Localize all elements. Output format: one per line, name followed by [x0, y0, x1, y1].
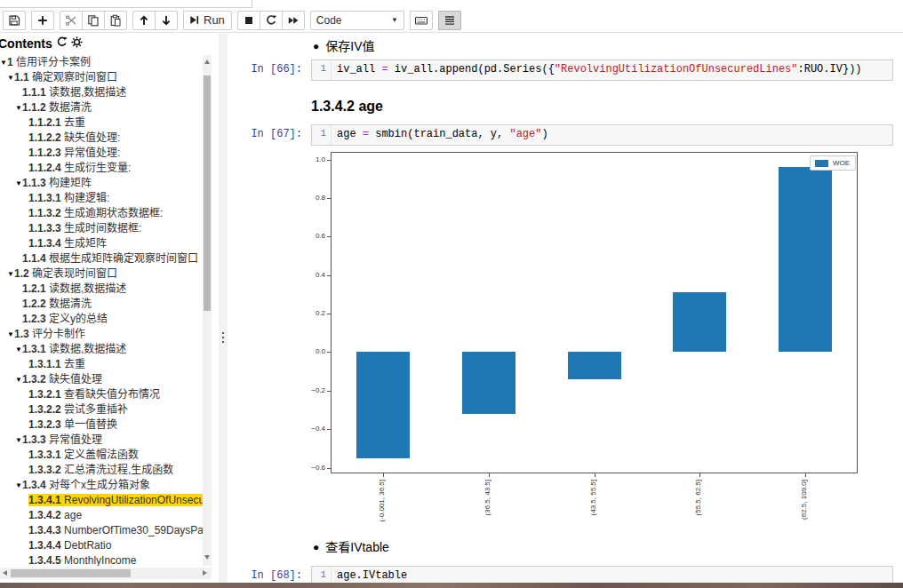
paste-cells-button[interactable]: [104, 11, 127, 30]
toc-item-1.1.2.1[interactable]: ▼1.1.2.1 去重: [0, 115, 203, 131]
collapse-arrow-icon[interactable]: ▼: [15, 342, 22, 357]
collapse-arrow-icon[interactable]: ▼: [15, 478, 22, 493]
toc-item-1.3[interactable]: ▼1.3 评分卡制作: [0, 327, 203, 342]
refresh-icon[interactable]: [56, 36, 68, 51]
gear-icon[interactable]: [71, 36, 83, 51]
toc-link[interactable]: 1.1.3.3 生成时间数据框:: [28, 222, 141, 234]
scroll-right-arrow-icon[interactable]: [203, 570, 207, 576]
horizontal-scrollbar-thumb[interactable]: [11, 569, 131, 577]
toc-item-1.1.2[interactable]: ▼1.1.2 数据清洗: [0, 100, 203, 115]
toc-item-1[interactable]: ▼1 信用评分卡案例: [0, 55, 203, 70]
cell-68-input[interactable]: 1 age.IVtable: [311, 566, 893, 583]
toc-item-1.2.2[interactable]: ▼1.2.2 数据清洗: [0, 297, 203, 312]
toc-item-1.1.3[interactable]: ▼1.1.3 构建矩阵: [0, 176, 203, 191]
toc-link[interactable]: 1.1.2 数据清洗: [22, 101, 92, 114]
toc-link[interactable]: 1.1.3.1 构建逻辑:: [28, 192, 109, 204]
toc-item-1.1.1[interactable]: ▼1.1.1 读数据,数据描述: [0, 85, 203, 100]
toc-item-1.2.3[interactable]: ▼1.2.3 定义y的总结: [0, 312, 203, 327]
vertical-scrollbar-thumb[interactable]: [204, 75, 211, 311]
collapse-arrow-icon[interactable]: ▼: [7, 327, 14, 342]
toc-item-1.1.3.4[interactable]: ▼1.1.3.4 生成矩阵: [0, 236, 203, 251]
insert-cell-below-button[interactable]: [31, 11, 54, 30]
toc-item-1.3.2.2[interactable]: ▼1.3.2.2 尝试多重插补: [0, 402, 203, 417]
toc-item-1.3.3.2[interactable]: ▼1.3.3.2 汇总清洗过程,生成函数: [0, 463, 203, 478]
toc-item-1.1.4[interactable]: ▼1.1.4 根据生成矩阵确定观察时间窗口: [0, 251, 203, 266]
scroll-up-arrow-icon[interactable]: [204, 60, 210, 64]
restart-run-all-button[interactable]: [282, 11, 305, 30]
move-cells-up-button[interactable]: [132, 11, 156, 30]
toc-item-1.1.3.1[interactable]: ▼1.1.3.1 构建逻辑:: [0, 191, 203, 206]
collapse-arrow-icon[interactable]: ▼: [0, 55, 7, 70]
toc-link[interactable]: 1.1.1 读数据,数据描述: [22, 86, 126, 99]
toc-item-1.1.2.2[interactable]: ▼1.1.2.2 缺失值处理:: [0, 131, 203, 146]
toc-item-1.3.4.3[interactable]: ▼1.3.4.3 NumberOfTime30_59DaysPastDueNot…: [0, 523, 203, 538]
pane-resizer[interactable]: [219, 34, 228, 583]
toc-item-1.3.2[interactable]: ▼1.3.2 缺失值处理: [0, 372, 203, 387]
toc-item-1.1.2.4[interactable]: ▼1.1.2.4 生成衍生变量:: [0, 161, 203, 176]
toc-link[interactable]: 1.3.4.5 MonthlyIncome: [28, 554, 136, 566]
toc-link[interactable]: 1.3.1 读数据,数据描述: [22, 343, 126, 355]
markdown-cell-view-ivtable[interactable]: ●查看IVtable: [313, 537, 389, 555]
toc-link[interactable]: 1.1.2.1 去重: [28, 116, 85, 129]
toc-item-1.3.4.5[interactable]: ▼1.3.4.5 MonthlyIncome: [0, 553, 203, 566]
toc-toggle-button[interactable]: [438, 11, 461, 30]
toc-item-1.1.2.3[interactable]: ▼1.1.2.3 异常值处理:: [0, 146, 203, 161]
toc-link[interactable]: 1.3.3.2 汇总清洗过程,生成函数: [28, 464, 173, 476]
cell-66-input[interactable]: 1 iv_all = iv_all.append(pd.Series({"Rev…: [311, 60, 893, 81]
toc-link[interactable]: 1.1.2.3 异常值处理:: [28, 147, 120, 159]
cell-67-input[interactable]: 1 age = smbin(train_data, y, "age"): [311, 124, 893, 146]
toc-link[interactable]: 1.2 确定表现时间窗口: [14, 267, 117, 280]
keyboard-shortcuts-button[interactable]: [410, 11, 433, 30]
scroll-down-arrow-icon[interactable]: [204, 555, 210, 560]
toc-item-1.3.1.1[interactable]: ▼1.3.1.1 去重: [0, 357, 203, 372]
toc-link[interactable]: 1.1.3 构建矩阵: [22, 177, 92, 189]
toc-item-1.3.4.1[interactable]: ▼1.3.4.1 RevolvingUtilizationOfUnsecured…: [0, 493, 203, 508]
toc-item-1.3.1[interactable]: ▼1.3.1 读数据,数据描述: [0, 342, 203, 357]
toc-item-1.1[interactable]: ▼1.1 确定观察时间窗口: [0, 70, 203, 85]
toc-item-1.3.3.1[interactable]: ▼1.3.3.1 定义盖帽法函数: [0, 448, 203, 463]
toc-link[interactable]: 1.1.2.2 缺失值处理:: [28, 131, 120, 144]
toc-item-1.3.3[interactable]: ▼1.3.3 异常值处理: [0, 433, 203, 448]
copy-cells-button[interactable]: [82, 11, 105, 30]
toc-link[interactable]: 1.3.3 异常值处理: [22, 433, 102, 446]
move-cells-down-button[interactable]: [155, 11, 178, 30]
interrupt-kernel-button[interactable]: [237, 11, 260, 30]
toc-item-1.3.2.3[interactable]: ▼1.3.2.3 单一值替换: [0, 417, 203, 433]
toc-link[interactable]: 1.1.3.4 生成矩阵: [28, 237, 107, 250]
toc-link[interactable]: 1.2.3 定义y的总结: [22, 313, 108, 325]
toc-item-1.3.2.1[interactable]: ▼1.3.2.1 查看缺失值分布情况: [0, 387, 203, 402]
toc-item-1.2.1[interactable]: ▼1.2.1 读数据,数据描述: [0, 282, 203, 297]
toc-link[interactable]: 1.3.3.1 定义盖帽法函数: [28, 449, 139, 461]
toc-link[interactable]: 1.2.2 数据清洗: [22, 298, 92, 310]
toc-item-1.1.3.3[interactable]: ▼1.1.3.3 生成时间数据框:: [0, 221, 203, 236]
collapse-arrow-icon[interactable]: ▼: [15, 100, 22, 115]
collapse-arrow-icon[interactable]: ▼: [15, 176, 22, 191]
toc-link[interactable]: 1.3.4.4 DebtRatio: [28, 539, 111, 552]
toc-item-1.3.4.4[interactable]: ▼1.3.4.4 DebtRatio: [0, 538, 203, 553]
toc-link[interactable]: 1.3.2.2 尝试多重插补: [28, 403, 128, 416]
collapse-arrow-icon[interactable]: ▼: [7, 266, 14, 282]
sidebar-horizontal-scrollbar[interactable]: [0, 568, 212, 579]
toc-item-1.2[interactable]: ▼1.2 确定表现时间窗口: [0, 266, 203, 282]
toc-link[interactable]: 1.1.4 根据生成矩阵确定观察时间窗口: [22, 252, 198, 265]
toc-link[interactable]: 1.3.2.3 单一值替换: [28, 418, 117, 431]
toc-link[interactable]: 1.3.4.2 age: [28, 509, 82, 521]
toc-item-1.3.4.2[interactable]: ▼1.3.4.2 age: [0, 508, 203, 523]
scroll-left-arrow-icon[interactable]: [3, 570, 7, 576]
toc-link[interactable]: 1.1.3.2 生成逾期状态数据框:: [28, 207, 163, 219]
toc-link[interactable]: 1.3.2.1 查看缺失值分布情况: [28, 388, 160, 401]
toc-link[interactable]: 1.3 评分卡制作: [14, 328, 85, 340]
toc-item-1.3.4[interactable]: ▼1.3.4 对每个x生成分箱对象: [0, 478, 203, 493]
toc-link[interactable]: 1.3.4 对每个x生成分箱对象: [22, 479, 150, 491]
save-button[interactable]: [3, 11, 26, 30]
collapse-arrow-icon[interactable]: ▼: [15, 372, 22, 387]
collapse-arrow-icon[interactable]: ▼: [15, 433, 22, 448]
toc-link[interactable]: 1.3.4.1 RevolvingUtilizationOfUnsecuredL…: [28, 494, 203, 506]
cell-type-select[interactable]: Code ▼: [310, 11, 404, 30]
collapse-arrow-icon[interactable]: ▼: [7, 70, 14, 85]
toc-item-1.1.3.2[interactable]: ▼1.1.3.2 生成逾期状态数据框:: [0, 206, 203, 221]
toc-link[interactable]: 1 信用评分卡案例: [7, 56, 91, 68]
sidebar-vertical-scrollbar[interactable]: [203, 55, 212, 566]
cut-cells-button[interactable]: [60, 11, 83, 30]
toc-link[interactable]: 1.3.2 缺失值处理: [22, 373, 102, 385]
